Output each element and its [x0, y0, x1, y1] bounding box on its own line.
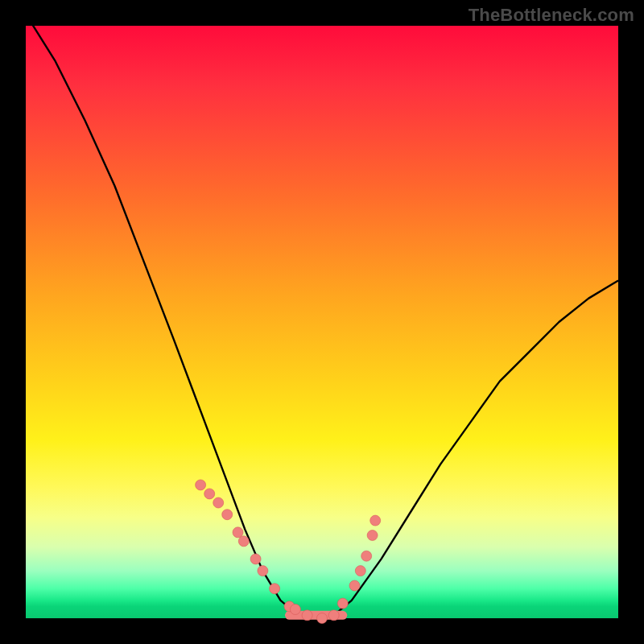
watermark-text: TheBottleneck.com [469, 5, 634, 26]
marker-dot [204, 489, 215, 499]
marker-dot [222, 510, 233, 520]
marker-dot [367, 530, 378, 541]
bottleneck-curve [26, 14, 618, 618]
marker-dot [250, 554, 261, 564]
bottleneck-curve-path [26, 14, 618, 618]
marker-dot [238, 536, 249, 547]
highlighted-points [196, 480, 381, 624]
marker-dot [302, 610, 312, 621]
marker-dot [361, 551, 372, 561]
marker-dot [370, 515, 381, 526]
marker-dot [196, 480, 206, 490]
marker-dot [328, 610, 339, 621]
marker-dot [290, 605, 300, 615]
marker-dot [355, 566, 365, 576]
marker-dot [337, 598, 348, 609]
outer-frame: TheBottleneck.com [0, 0, 644, 644]
marker-dot [349, 580, 360, 591]
marker-dot [270, 584, 280, 594]
marker-dot [258, 566, 268, 576]
marker-dot [233, 527, 243, 538]
marker-dot [213, 497, 224, 508]
chart-overlay [26, 26, 618, 618]
marker-dot [317, 613, 328, 624]
